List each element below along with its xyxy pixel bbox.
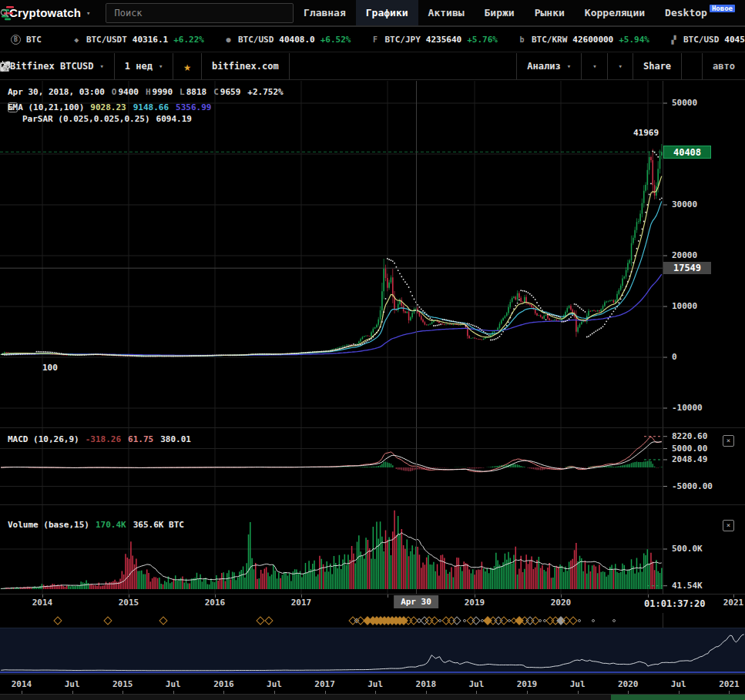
share-button[interactable]: Share xyxy=(633,53,681,79)
overview-selected-range[interactable] xyxy=(611,695,745,700)
panel-separator xyxy=(0,504,745,505)
draw-tools-button[interactable]: ▾ xyxy=(607,53,633,79)
current-price-badge: 40408 xyxy=(663,146,711,159)
macd-close-button[interactable]: × xyxy=(723,435,734,447)
event-marker[interactable] xyxy=(499,616,508,625)
auto-scale-button[interactable]: авто xyxy=(702,53,745,79)
axis-tick-label: 0 xyxy=(672,352,677,362)
event-marker[interactable] xyxy=(539,619,542,622)
favorite-button[interactable]: ★ xyxy=(173,53,202,79)
ticker-item-btc-usd[interactable]: ●BTC/USD40408.0+6.52% xyxy=(224,35,351,45)
price-axis-border xyxy=(663,81,663,628)
axis-tick-label: -10000 xyxy=(672,403,703,413)
overview-label: 2021 xyxy=(719,679,740,689)
overview-label: Jul xyxy=(671,679,686,689)
fullscreen-button[interactable] xyxy=(681,53,702,79)
overview-label: Jul xyxy=(570,679,586,689)
event-marker[interactable] xyxy=(159,616,167,625)
search-icon xyxy=(0,8,9,18)
event-marker[interactable] xyxy=(53,616,62,625)
time-label-2015: 2015 xyxy=(119,598,139,608)
nav-item-биржи[interactable]: Биржи xyxy=(475,0,525,25)
volume-label[interactable]: Volume (base,15) xyxy=(8,520,89,530)
nav-item-активы[interactable]: Активы xyxy=(418,0,475,25)
search-box[interactable] xyxy=(106,3,294,23)
macd-legend: MACD (10,26,9) -318.2661.75380.01 xyxy=(8,434,198,444)
time-label-2014: 2014 xyxy=(32,598,53,608)
ticker-item-btc-jpy[interactable]: FBTC/JPY4235640+5.76% xyxy=(371,35,497,45)
nav-item-корреляции[interactable]: Корреляции xyxy=(575,0,655,25)
axis-tick-label: 30000 xyxy=(672,199,697,209)
analysis-button[interactable]: Анализ ▾ xyxy=(516,53,581,79)
candle-countdown: 01:01:37:20 xyxy=(644,598,705,609)
search-input[interactable] xyxy=(112,7,287,19)
nav-item-desktop[interactable]: DesktopНовое xyxy=(655,0,745,25)
ema-label[interactable]: EMA (10,21,100) xyxy=(8,102,84,112)
ticker-item-btc-krw[interactable]: bBTC/KRW42600000+5.94% xyxy=(518,35,649,45)
exchange-icon: F xyxy=(371,35,379,44)
time-tick xyxy=(388,594,388,598)
overview-scrollbar[interactable] xyxy=(0,694,745,700)
overview-label: Jul xyxy=(65,679,80,689)
volume-close-button[interactable]: × xyxy=(723,520,734,531)
exchange-icon: B xyxy=(11,35,21,45)
star-icon: ★ xyxy=(183,59,191,74)
overview-label: Jul xyxy=(166,679,181,689)
exchange-link[interactable]: bitfinex.com xyxy=(202,53,290,79)
event-marker[interactable] xyxy=(430,616,438,625)
panel-separator xyxy=(0,427,745,428)
event-marker[interactable] xyxy=(103,616,112,625)
axis-tick-label: 5000.00 xyxy=(672,444,707,454)
parsar-label[interactable]: ParSAR (0.025,0.025,0.25) xyxy=(22,114,150,124)
time-axis[interactable]: Apr 30 01:01:37:20 201420152016201720192… xyxy=(0,594,745,613)
chevron-down-icon: ▾ xyxy=(619,62,623,70)
chart-toolbar: Bitfinex BTCUSD ▾ 1 нед ▾ ★ bitfinex.com… xyxy=(0,53,745,80)
overview-label: Jul xyxy=(267,679,282,689)
exchange-link-label: bitfinex.com xyxy=(212,61,279,72)
ohlc-high: H9990 xyxy=(146,87,173,97)
nav-item-рынки[interactable]: Рынки xyxy=(525,0,575,25)
event-marker[interactable] xyxy=(471,616,480,625)
event-marker[interactable] xyxy=(569,616,577,625)
ticker-item-btc[interactable]: BBTC xyxy=(11,35,52,45)
overview-label: Jul xyxy=(468,679,484,689)
event-marker[interactable] xyxy=(578,619,581,622)
axis-tick-label: 41.54K xyxy=(672,581,703,591)
ticker-item-btc-usdt[interactable]: ◆BTC/USDT40316.1+6.22% xyxy=(72,35,204,45)
time-tick xyxy=(648,594,649,598)
exchange-icon: ● xyxy=(224,35,233,44)
chevron-down-icon: ▾ xyxy=(592,62,596,70)
overview-time-axis[interactable]: 2014Jul2015Jul2016Jul2017Jul2018Jul2019J… xyxy=(0,675,745,694)
macd-label[interactable]: MACD (10,26,9) xyxy=(8,434,79,444)
nav-item-главная[interactable]: Главная xyxy=(294,0,356,25)
market-selector[interactable]: Bitfinex BTCUSD ▾ xyxy=(0,53,115,79)
event-marker[interactable] xyxy=(612,619,616,622)
ticker-item-btc-usd[interactable]: ▞BTC/USD40451.0+6.48% xyxy=(669,35,745,45)
event-marker[interactable] xyxy=(264,616,273,625)
indicator-collapse-icon[interactable] xyxy=(8,102,18,112)
crosshair-vertical-line xyxy=(416,81,417,594)
interval-selector[interactable]: 1 нед ▾ xyxy=(115,53,174,79)
ohlc-change: +2.752% xyxy=(247,87,283,97)
nav-item-графики[interactable]: Графики xyxy=(356,0,418,25)
volume-panel-chart[interactable] xyxy=(0,505,745,594)
brand-menu[interactable]: Cryptowatch ▾ xyxy=(0,0,101,25)
time-label-2019: 2019 xyxy=(465,598,485,608)
event-marker[interactable] xyxy=(452,616,461,625)
axis-tick-label: 10000 xyxy=(672,301,697,311)
volume-values: 170.4K365.6K BTC xyxy=(96,520,191,530)
volume-legend: Volume (base,15) 170.4K365.6K BTC xyxy=(8,520,191,530)
time-label-2017: 2017 xyxy=(291,598,312,608)
macd-values: -318.2661.75380.01 xyxy=(86,434,198,444)
axis-tick-label: 500.0K xyxy=(672,544,703,554)
overview-navigator-chart[interactable] xyxy=(0,628,745,675)
parsar-legend: ParSAR (0.025,0.025,0.25) 6094.19 xyxy=(22,114,192,124)
overview-label: 2017 xyxy=(314,679,335,689)
chart-type-button[interactable]: ▾ xyxy=(581,53,606,79)
time-label-2021: 2021 xyxy=(723,598,744,608)
ohlc-readout: Apr 30, 2018, 03:00 O9400 H9990 L8818 C9… xyxy=(8,87,284,97)
exchange-icon: ◆ xyxy=(72,35,81,44)
expand-icon xyxy=(0,61,11,72)
event-marker[interactable] xyxy=(592,619,595,622)
overview-label: 2020 xyxy=(618,679,639,689)
